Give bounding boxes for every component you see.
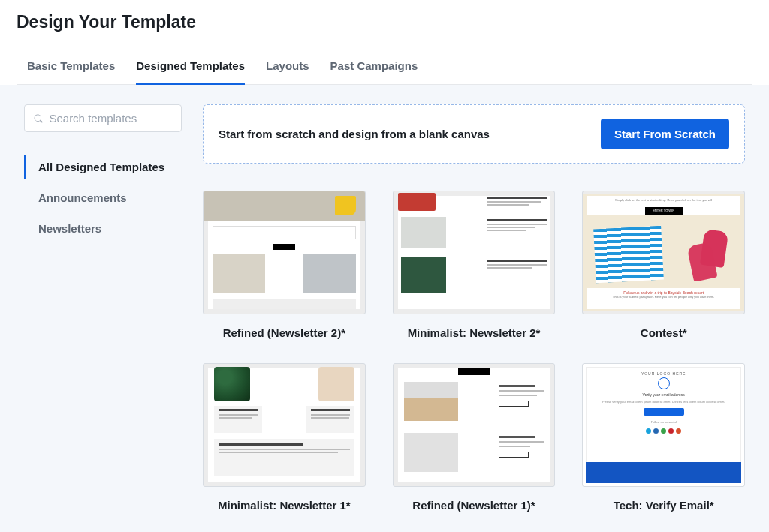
template-title: Refined (Newsletter 2)* xyxy=(223,325,345,341)
scratch-text: Start from scratch and design from a bla… xyxy=(219,128,490,140)
category-announcements[interactable]: Announcements xyxy=(24,185,182,210)
search-input[interactable] xyxy=(49,112,172,125)
main-content: Start from scratch and design from a bla… xyxy=(203,104,745,513)
template-title: Contest* xyxy=(641,325,687,341)
template-card: Simply click on the text to start editin… xyxy=(582,191,745,341)
template-thumbnail-minimalist-newsletter-1[interactable] xyxy=(203,363,366,487)
template-card: Refined (Newsletter 2)* xyxy=(203,191,366,341)
search-icon xyxy=(34,113,43,124)
template-title: Minimalist: Newsletter 1* xyxy=(218,497,351,513)
search-box[interactable] xyxy=(24,104,182,132)
template-card: Refined (Newsletter 1)* xyxy=(393,363,556,513)
template-grid: Refined (Newsletter 2)* xyxy=(203,191,745,513)
template-thumbnail-contest[interactable]: Simply click on the text to start editin… xyxy=(582,191,745,314)
template-thumbnail-tech-verify-email[interactable]: YOUR LOGO HERE Verify your email address… xyxy=(582,363,745,487)
tab-past-campaigns[interactable]: Past Campaigns xyxy=(330,59,418,85)
tab-layouts[interactable]: Layouts xyxy=(266,59,309,85)
template-thumbnail-minimalist-newsletter-2[interactable] xyxy=(393,191,556,314)
tabs: Basic Templates Designed Templates Layou… xyxy=(17,59,752,85)
tab-basic-templates[interactable]: Basic Templates xyxy=(27,59,115,85)
page-title: Design Your Template xyxy=(17,12,752,32)
template-card: Minimalist: Newsletter 1* xyxy=(203,363,366,513)
start-from-scratch-button[interactable]: Start From Scratch xyxy=(601,119,729,149)
template-card: Minimalist: Newsletter 2* xyxy=(393,191,556,341)
template-card: YOUR LOGO HERE Verify your email address… xyxy=(582,363,745,513)
category-list: All Designed Templates Announcements New… xyxy=(24,155,182,247)
template-title: Minimalist: Newsletter 2* xyxy=(408,325,541,341)
template-title: Refined (Newsletter 1)* xyxy=(412,497,535,513)
template-thumbnail-refined-newsletter-1[interactable] xyxy=(393,363,556,487)
start-from-scratch-box: Start from scratch and design from a bla… xyxy=(203,104,745,164)
tab-designed-templates[interactable]: Designed Templates xyxy=(136,59,245,85)
sidebar: All Designed Templates Announcements New… xyxy=(24,104,182,513)
template-title: Tech: Verify Email* xyxy=(614,497,714,513)
template-thumbnail-refined-newsletter-2[interactable] xyxy=(203,191,366,314)
category-all-designed[interactable]: All Designed Templates xyxy=(24,155,182,179)
category-newsletters[interactable]: Newsletters xyxy=(24,216,182,241)
